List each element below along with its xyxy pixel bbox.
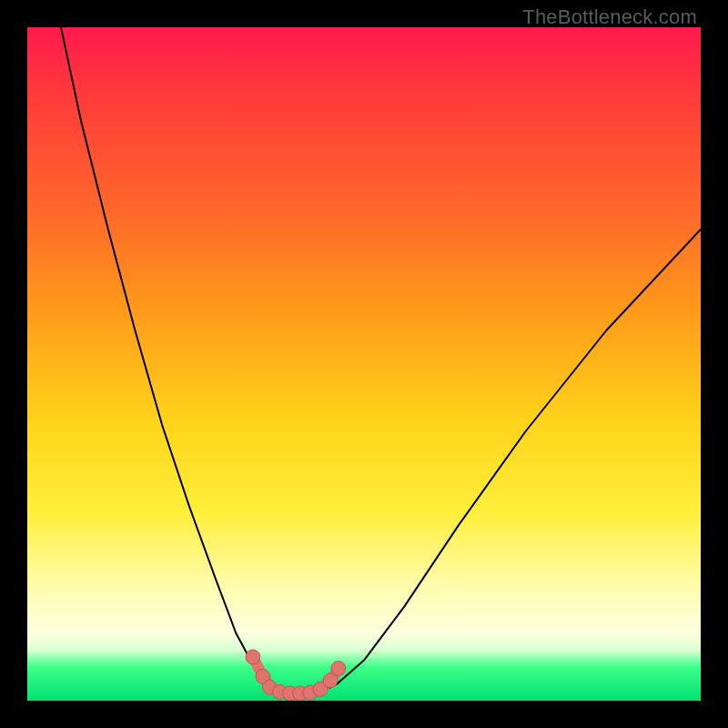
left-curve — [61, 27, 280, 691]
chart-frame: TheBottleneck.com — [0, 0, 728, 728]
highlight-dot — [246, 650, 260, 664]
highlight-dot — [331, 662, 346, 676]
plot-area — [27, 27, 701, 701]
curve-layer — [27, 27, 701, 701]
right-curve — [324, 229, 701, 691]
watermark-text: TheBottleneck.com — [522, 5, 697, 29]
highlight-marker-dots — [246, 650, 346, 701]
